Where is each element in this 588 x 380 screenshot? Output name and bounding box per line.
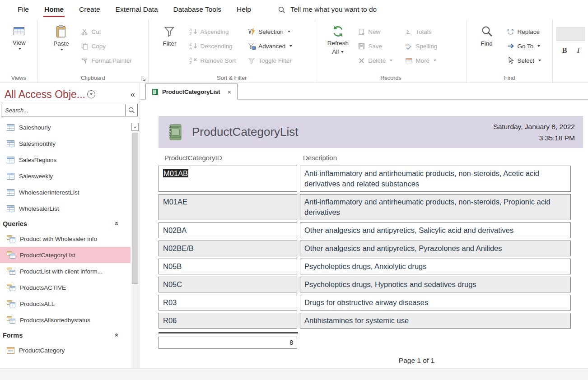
- ribbon-group-views: View Views: [0, 20, 37, 83]
- font-name-box[interactable]: [556, 27, 585, 41]
- productcategoryid-cell[interactable]: N02BA: [159, 222, 297, 238]
- record-count-box: 8: [159, 337, 297, 349]
- replace-button[interactable]: Replace: [505, 26, 543, 37]
- chevron-down-icon: [19, 48, 21, 50]
- sidebar-item-salesregions[interactable]: SalesRegions: [0, 152, 131, 168]
- report-row: M01AE Anti-inflammatory and antirheumati…: [159, 194, 571, 220]
- sort-descending-icon: [189, 42, 197, 50]
- remove-sort-label: Remove Sort: [200, 57, 236, 64]
- selection-button[interactable]: Selection: [246, 26, 294, 37]
- select-button[interactable]: Select: [505, 55, 543, 66]
- document-tab-productcategorylist[interactable]: ProductCategoryList ×: [145, 83, 238, 100]
- refresh-all-button[interactable]: Refresh All: [324, 22, 351, 55]
- chevron-down-circle-icon: [87, 90, 95, 98]
- advanced-button[interactable]: Advanced: [246, 40, 294, 52]
- sidebar-item-productsallsortedbystatus[interactable]: ProductsAllsortedbystatus: [0, 312, 131, 328]
- section-header-queries[interactable]: Queries «: [0, 217, 131, 231]
- select-cursor-icon: [507, 56, 515, 65]
- productcategoryid-cell[interactable]: N02BE/B: [159, 241, 297, 256]
- search-button[interactable]: [125, 104, 138, 116]
- sidebar-item-wholesalerlist[interactable]: WholesalerList: [0, 200, 131, 217]
- ribbon-tab-bar: File Home Create External Data Database …: [0, 0, 588, 19]
- description-cell[interactable]: Psycholeptics drugs, Anxiolytic drugs: [300, 259, 571, 274]
- query-icon: [7, 235, 15, 242]
- sidebar-item-productsactive[interactable]: ProductsACTIVE: [0, 279, 131, 296]
- query-icon: [7, 251, 15, 259]
- navigation-pane: All Access Obje... « Saleshourly: [0, 83, 140, 380]
- view-icon: [13, 25, 25, 37]
- paste-label: Paste: [53, 40, 69, 47]
- productcategoryid-cell[interactable]: N05C: [159, 277, 297, 292]
- productcategoryid-cell[interactable]: N05B: [159, 259, 297, 274]
- sidebar-item-salesmonthly[interactable]: Salesmonthly: [0, 135, 131, 152]
- sidebar-item-wholesalerinterestlist[interactable]: WholesalerInterestList: [0, 184, 131, 200]
- chevron-down-icon: [538, 60, 541, 61]
- forms-header-label: Forms: [3, 332, 115, 339]
- advanced-filter-icon: [247, 42, 256, 50]
- description-cell[interactable]: Antihistamines for systemic use: [300, 313, 571, 329]
- ascending-label: Ascending: [200, 28, 229, 35]
- tab-database-tools[interactable]: Database Tools: [166, 0, 229, 19]
- description-cell[interactable]: Other analgesics and antipyretics, Pyraz…: [300, 241, 571, 256]
- go-to-button[interactable]: Go To: [505, 40, 543, 52]
- find-magnifier-icon: [480, 25, 494, 38]
- sort-ascending-icon: [189, 28, 197, 36]
- bold-button[interactable]: B: [562, 46, 567, 55]
- paste-button[interactable]: Paste: [47, 22, 75, 51]
- productcategoryid-cell[interactable]: M01AB: [159, 166, 297, 192]
- description-cell[interactable]: Anti-inflammatory and antirheumatic prod…: [300, 194, 571, 220]
- ribbon-group-text-formatting: B I: [553, 20, 588, 83]
- tab-home[interactable]: Home: [37, 0, 71, 19]
- save-label: Save: [368, 43, 382, 50]
- description-cell[interactable]: Other analgesics and antipyretics, Salic…: [300, 222, 571, 238]
- tab-file[interactable]: File: [10, 0, 37, 19]
- italic-button[interactable]: I: [577, 46, 580, 55]
- delete-label: Delete: [368, 57, 386, 64]
- scroll-up-button[interactable]: ▲: [131, 123, 139, 131]
- scrollbar-thumb[interactable]: [132, 133, 138, 284]
- search-icon: [278, 6, 285, 14]
- sidebar-item-saleshourly[interactable]: Saleshourly: [0, 119, 131, 135]
- report-header-band[interactable]: ProductCategoryList Saturday, January 8,…: [159, 116, 583, 148]
- sidebar-item-label: Product with Wholesaler info: [20, 236, 97, 242]
- find-button[interactable]: Find: [473, 22, 500, 47]
- sidebar-item-label: ProductCategory: [19, 347, 65, 354]
- productcategoryid-cell[interactable]: R06: [159, 313, 297, 329]
- description-cell[interactable]: Drugs for obstructive airway diseases: [300, 295, 571, 310]
- sidebar-item-productlist-with-client-inform[interactable]: ProductList with client inform...: [0, 263, 131, 279]
- report-title: ProductCategoryList: [192, 125, 299, 139]
- views-group-label: Views: [0, 75, 37, 81]
- document-tab-bar: ProductCategoryList ×: [140, 83, 588, 100]
- sidebar-item-productcategory-form[interactable]: ProductCategory: [0, 342, 131, 358]
- section-header-forms[interactable]: Forms «: [0, 328, 131, 342]
- description-cell[interactable]: Anti-inflammatory and antirheumatic prod…: [300, 166, 571, 192]
- view-button[interactable]: View: [5, 22, 33, 50]
- collapse-chevrons-icon: «: [113, 222, 121, 225]
- clipboard-group-label: Clipboard: [37, 75, 148, 81]
- shutter-bar-close-button[interactable]: «: [131, 90, 135, 98]
- more-datasheet-icon: [405, 57, 413, 65]
- tab-external-data[interactable]: External Data: [108, 0, 166, 19]
- sidebar-item-productcategorylist[interactable]: ProductCategoryList: [0, 247, 131, 263]
- ribbon-group-sort-filter: Filter Ascending Descending Remove Sort: [149, 20, 315, 83]
- search-input[interactable]: [1, 104, 125, 116]
- sidebar-item-productsall[interactable]: ProductsALL: [0, 296, 131, 312]
- tab-create[interactable]: Create: [71, 0, 108, 19]
- close-icon[interactable]: ×: [228, 88, 232, 95]
- description-cell[interactable]: Psycholeptics drugs, Hypnotics and sedat…: [300, 277, 571, 292]
- query-icon: [7, 300, 15, 307]
- tab-help[interactable]: Help: [229, 0, 259, 19]
- find-label: Find: [481, 40, 492, 47]
- chevron-down-icon: [288, 31, 290, 32]
- tell-me-box[interactable]: Tell me what you want to do: [278, 0, 377, 19]
- nav-pane-menu-button[interactable]: [87, 90, 95, 98]
- productcategoryid-cell[interactable]: R03: [159, 295, 297, 310]
- sidebar-item-salesweekly[interactable]: Salesweekly: [0, 168, 131, 184]
- sidebar-item-product-with-wholesaler-info[interactable]: Product with Wholesaler info: [0, 231, 131, 247]
- productcategoryid-cell[interactable]: M01AE: [159, 194, 297, 220]
- column-header-description: Description: [300, 154, 337, 162]
- report-rows: M01AB Anti-inflammatory and antirheumati…: [159, 166, 588, 329]
- table-icon: [7, 124, 14, 131]
- sidebar-scrollbar[interactable]: ▲: [131, 123, 139, 377]
- filter-button[interactable]: Filter: [156, 22, 183, 47]
